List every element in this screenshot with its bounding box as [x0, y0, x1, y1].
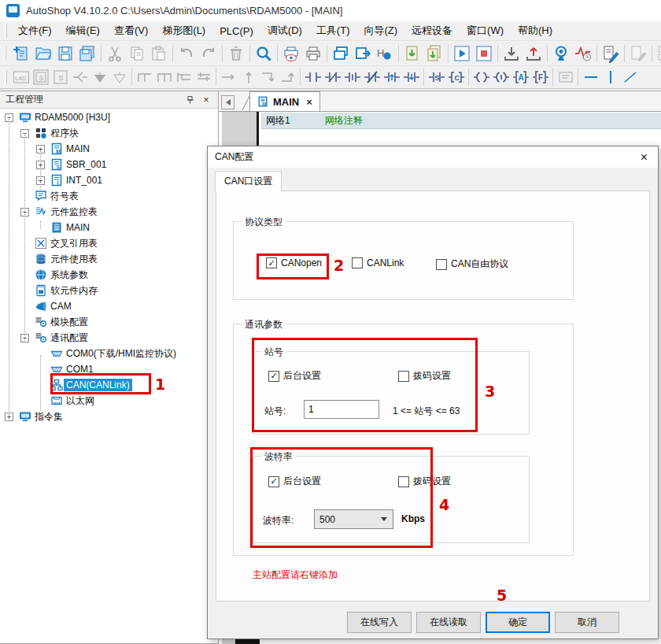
network-header-row[interactable]: 网络1 网络注释	[261, 113, 661, 129]
rung-a-button[interactable]	[135, 68, 154, 87]
menu-item-help[interactable]: 帮助(H)	[511, 21, 559, 40]
station-number-input[interactable]	[304, 400, 379, 419]
menu-item-debug[interactable]: 调试(D)	[260, 21, 309, 40]
monitor-mode-button[interactable]	[550, 43, 572, 64]
undo-button[interactable]	[175, 43, 198, 64]
tab-main[interactable]: M MAIN ×	[249, 91, 320, 111]
compile-all-button[interactable]	[423, 43, 445, 64]
baud-dip-checkbox[interactable]: 拨码设置	[398, 475, 451, 488]
save-button[interactable]	[54, 43, 76, 64]
tree-item-sbr-001[interactable]: +SSBR_001	[0, 157, 218, 172]
menu-item-file[interactable]: 文件(F)	[11, 21, 59, 40]
cut-button[interactable]	[104, 43, 126, 64]
sfc-view-b-button[interactable]: S	[50, 68, 70, 87]
io-map-1-button[interactable]	[655, 43, 661, 64]
save-all-button[interactable]	[76, 43, 98, 64]
station-dip-checkbox[interactable]: 拨码设置	[398, 369, 451, 383]
line-right-button[interactable]	[219, 68, 238, 87]
tree-item-instruction-set[interactable]: +指令集	[0, 409, 218, 424]
redo-button[interactable]	[198, 43, 220, 64]
tree-item-cam[interactable]: CAM	[0, 298, 218, 314]
print-preview-button[interactable]	[280, 43, 302, 64]
delete-button[interactable]	[225, 43, 247, 64]
contact-nc2-button[interactable]	[362, 68, 382, 87]
canopen-checkbox[interactable]: ✓CANopen	[266, 257, 322, 268]
comment-block-button[interactable]	[556, 68, 575, 87]
tree-item-ethernet[interactable]: 以太网	[0, 393, 218, 409]
new-file-button[interactable]	[10, 43, 32, 64]
rung-d-button[interactable]	[194, 68, 213, 87]
can-free-protocol-checkbox[interactable]: CAN自由协议	[436, 257, 508, 271]
step-filled-button[interactable]	[90, 68, 109, 87]
coil-set-button[interactable]: S	[427, 68, 446, 87]
tab-can-port-settings[interactable]: CAN口设置	[215, 171, 282, 191]
tree-item-watch-table[interactable]: −元件监控表	[0, 204, 218, 220]
line-corner-button[interactable]	[258, 68, 278, 87]
menu-item-view[interactable]: 查看(V)	[107, 21, 155, 40]
tab-close-icon[interactable]: ×	[306, 96, 312, 108]
menu-item-tools[interactable]: 工具(T)	[309, 21, 357, 40]
contact-mid-button[interactable]	[342, 68, 362, 87]
contact-fall-button[interactable]	[401, 68, 421, 87]
tree-item-cross-ref-table[interactable]: 交叉引用表	[0, 235, 218, 251]
lad-view-button[interactable]: LAD	[11, 68, 31, 87]
tree-item-int-001[interactable]: +IINT_001	[0, 172, 218, 188]
line-corner-up-button[interactable]	[278, 68, 297, 87]
draw-v-button[interactable]	[600, 68, 620, 87]
tree-item-module-config[interactable]: 模块配置	[0, 314, 218, 330]
tree-item-can-canlink[interactable]: CAN(CANLink)	[0, 377, 218, 393]
paste-button[interactable]	[148, 43, 170, 64]
coil-inv-button[interactable]	[491, 68, 511, 87]
online-write-button[interactable]: 在线写入	[347, 612, 412, 633]
close-icon[interactable]: ×	[200, 94, 212, 105]
canlink-checkbox[interactable]: CANLink	[352, 257, 404, 268]
station-backend-checkbox[interactable]: ✓后台设置	[268, 369, 321, 383]
coil-open-button[interactable]	[471, 68, 491, 87]
open-project-button[interactable]	[32, 43, 54, 64]
stop-plc-button[interactable]	[473, 43, 495, 64]
copy-button[interactable]	[126, 43, 148, 64]
tree-item-com1[interactable]: COM1	[0, 361, 218, 377]
pin-icon[interactable]	[184, 94, 197, 105]
ok-button[interactable]: 确定	[486, 612, 550, 633]
menu-item-plc[interactable]: PLC(P)	[212, 23, 260, 39]
run-plc-button[interactable]	[451, 43, 473, 64]
write-mode-button[interactable]	[600, 43, 622, 64]
upload-program-button[interactable]	[523, 43, 545, 64]
download-program-button[interactable]	[500, 43, 523, 64]
tree-item-system-params[interactable]: 系统参数	[0, 267, 218, 283]
export-window-button[interactable]	[352, 43, 374, 64]
trace-tool-button[interactable]: H	[374, 43, 396, 64]
draw-s-button[interactable]	[620, 68, 640, 87]
step-hollow-button[interactable]	[109, 68, 129, 87]
rung-c-button[interactable]	[174, 68, 194, 87]
tree-item-rdam5000[interactable]: −RDAM5000 [H3U]	[0, 109, 218, 125]
tree-item-symbol-table[interactable]: 符号表	[0, 188, 218, 204]
contact-rise-button[interactable]	[382, 68, 401, 87]
sfc-view-a-button[interactable]: S	[31, 68, 50, 87]
tree-item-comm-config[interactable]: −通讯配置	[0, 330, 218, 346]
menu-item-edit[interactable]: 编辑(E)	[59, 21, 107, 40]
menu-item-ladder[interactable]: 梯形图(L)	[155, 21, 212, 40]
menu-item-remote-device[interactable]: 远程设备	[404, 21, 460, 40]
tree-item-program-blocks[interactable]: −程序块	[0, 125, 218, 141]
edit-disabled-button[interactable]	[627, 43, 649, 64]
rung-b-button[interactable]	[154, 68, 174, 87]
counter-c-button[interactable]: C	[446, 68, 466, 87]
cascade-windows-button[interactable]	[330, 43, 352, 64]
line-up-button[interactable]	[238, 68, 258, 87]
baud-backend-checkbox[interactable]: ✓后台设置	[268, 475, 321, 488]
online-read-button[interactable]: 在线读取	[416, 612, 481, 633]
menu-item-window[interactable]: 窗口(W)	[460, 21, 511, 40]
tree-item-main-program[interactable]: +MMAIN	[0, 141, 218, 157]
tree-item-watch-main[interactable]: MAIN	[0, 220, 218, 235]
contact-nc-button[interactable]	[323, 68, 342, 87]
oscilloscope-button[interactable]	[572, 43, 594, 64]
tree-item-com0[interactable]: COM0(下载/HMI监控协议)	[0, 346, 218, 361]
search-button[interactable]	[253, 43, 275, 64]
tree-item-usage-table[interactable]: 元件使用表	[0, 251, 218, 267]
print-button[interactable]	[302, 43, 324, 64]
tab-scroll-left-button[interactable]	[221, 95, 234, 109]
func-a-button[interactable]: A	[511, 68, 530, 87]
tree-item-device-memory[interactable]: 软元件内存	[0, 283, 218, 298]
